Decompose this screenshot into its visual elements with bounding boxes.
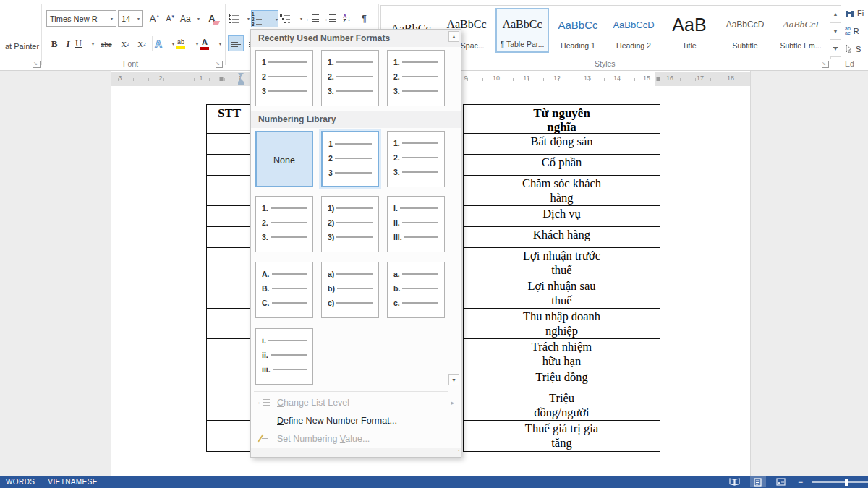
- table-row-11[interactable]: Triệuđồng/người: [464, 390, 660, 421]
- menu-scroll-down-button[interactable]: ▼: [448, 374, 459, 385]
- word-count-label[interactable]: WORDS: [6, 478, 35, 486]
- subscript-button[interactable]: X2: [118, 35, 132, 52]
- table-row-empty-5[interactable]: [207, 227, 251, 248]
- language-label[interactable]: VIETNAMESE: [48, 478, 97, 486]
- font-dialog-launcher-icon[interactable]: ↘: [216, 61, 223, 68]
- style-item-heading-2[interactable]: AaBbCcDHeading 2: [607, 8, 660, 53]
- table-row-empty-7[interactable]: [207, 278, 251, 309]
- chevron-down-icon[interactable]: ▾: [273, 17, 278, 22]
- format-painter-button[interactable]: at Painter: [5, 42, 39, 51]
- bullets-button[interactable]: ▾: [229, 10, 250, 27]
- chevron-down-icon[interactable]: ▾: [245, 16, 250, 21]
- bold-button[interactable]: B: [48, 35, 61, 52]
- print-layout-button[interactable]: [750, 476, 766, 487]
- chevron-down-icon[interactable]: ▾: [90, 41, 94, 46]
- table-header-stt[interactable]: STT: [207, 105, 251, 134]
- recent-number-format-tile-2[interactable]: 1.2.3.: [321, 50, 379, 106]
- library-number-format-tile-4[interactable]: 1.2.3.: [255, 196, 313, 252]
- library-number-format-tile-6[interactable]: I.II.III.: [387, 196, 445, 252]
- hanging-indent-marker[interactable]: [238, 79, 244, 85]
- replace-button[interactable]: abac R: [845, 27, 868, 35]
- table-row-empty-8[interactable]: [207, 309, 251, 339]
- style-item-subtitle[interactable]: AaBbCcDSubtitle: [718, 8, 772, 53]
- chevron-down-icon[interactable]: ▾: [194, 41, 198, 46]
- chevron-down-icon[interactable]: ▾: [109, 16, 113, 21]
- table-row-empty-12[interactable]: [207, 421, 251, 451]
- gallery-scroll-down-button[interactable]: ▼: [830, 22, 841, 40]
- table-row-2[interactable]: Cổ phần: [464, 155, 660, 176]
- table-meaning-column[interactable]: Từ nguyênnghĩa Bất động sảnCổ phầnChăm s…: [463, 104, 660, 452]
- table-row-5[interactable]: Khách hàng: [464, 227, 660, 248]
- table-row-empty-10[interactable]: [207, 369, 251, 390]
- clipboard-dialog-launcher-icon[interactable]: ↘: [33, 61, 41, 68]
- shrink-font-button[interactable]: A▼: [163, 10, 178, 27]
- menu-scroll-up-button[interactable]: ▲: [448, 31, 459, 42]
- decrease-indent-button[interactable]: ←: [305, 10, 320, 27]
- clear-formatting-button[interactable]: A: [203, 10, 221, 27]
- library-number-format-tile-7[interactable]: A.B.C.: [255, 262, 313, 318]
- table-row-empty-6[interactable]: [207, 248, 251, 278]
- library-number-format-tile-10[interactable]: i.ii.iii.: [255, 328, 313, 385]
- chevron-down-icon[interactable]: ▾: [298, 16, 302, 21]
- zoom-out-button[interactable]: −: [796, 477, 804, 487]
- recent-number-format-tile-3[interactable]: 1.2.3.: [387, 50, 445, 106]
- table-row-12[interactable]: Thuế giá trị giatăng: [464, 421, 660, 451]
- first-line-indent-marker[interactable]: [238, 73, 244, 77]
- table-row-9[interactable]: Trách nhiệmhữu hạn: [464, 339, 660, 369]
- italic-button[interactable]: I: [62, 35, 74, 52]
- find-button[interactable]: Fi: [845, 9, 868, 17]
- superscript-button[interactable]: X2: [135, 35, 149, 52]
- table-row-10[interactable]: Triệu đồng: [464, 369, 660, 390]
- align-left-button[interactable]: [228, 35, 244, 51]
- table-row-4[interactable]: Dịch vụ: [464, 206, 660, 227]
- font-size-combo[interactable]: 14 ▾: [118, 10, 143, 27]
- change-case-button[interactable]: Aa ▾: [180, 10, 200, 27]
- table-row-8[interactable]: Thu nhập doanhnghiệp: [464, 309, 660, 339]
- table-header-meaning[interactable]: Từ nguyênnghĩa: [464, 105, 660, 134]
- underline-button[interactable]: U ▾: [75, 35, 94, 52]
- library-number-format-tile-9[interactable]: a.b.c.: [387, 262, 445, 318]
- table-stt-column[interactable]: STT: [206, 104, 251, 452]
- web-layout-button[interactable]: [773, 476, 789, 487]
- table-row-3[interactable]: Chăm sóc kháchhàng: [464, 176, 660, 206]
- multilevel-list-button[interactable]: ▾: [280, 10, 302, 27]
- font-name-combo[interactable]: Times New R ▾: [46, 10, 116, 27]
- library-number-format-tile-3[interactable]: 1.2.3.: [387, 131, 445, 187]
- zoom-slider-handle[interactable]: [845, 479, 848, 486]
- table-row-empty-3[interactable]: [207, 176, 251, 206]
- gallery-scroll-up-button[interactable]: ▲: [830, 5, 841, 22]
- library-number-format-tile-8[interactable]: a)b)c): [321, 262, 379, 318]
- menu-item-define-new-number-format-[interactable]: Define New Number Format...: [252, 411, 460, 429]
- text-effects-button[interactable]: A ▾: [155, 35, 174, 52]
- increase-indent-button[interactable]: →: [321, 10, 336, 27]
- zoom-slider[interactable]: [812, 481, 868, 483]
- grow-font-button[interactable]: A▲: [147, 10, 163, 27]
- table-row-6[interactable]: Lợi nhuận trướcthuế: [464, 248, 660, 278]
- library-number-format-tile-5[interactable]: 1)2)3): [321, 196, 379, 252]
- menu-resize-strip[interactable]: ⋰: [251, 448, 461, 457]
- select-button[interactable]: S: [845, 44, 868, 53]
- table-row-1[interactable]: Bất động sản: [464, 134, 660, 155]
- style-item-subtle-em-[interactable]: AaBbCcISubtle Em...: [774, 8, 827, 53]
- style-item--table-par-[interactable]: AaBbCc¶ Table Par...: [495, 8, 549, 53]
- styles-dialog-launcher-icon[interactable]: ↘: [822, 61, 829, 68]
- font-color-button[interactable]: A ▾: [200, 35, 221, 52]
- chevron-down-icon[interactable]: ▾: [170, 41, 174, 46]
- library-number-format-tile-2[interactable]: 123: [321, 131, 379, 187]
- read-mode-button[interactable]: [727, 476, 743, 487]
- table-row-empty-9[interactable]: [207, 339, 251, 369]
- table-row-empty-2[interactable]: [207, 155, 251, 176]
- table-row-empty-1[interactable]: [207, 134, 251, 155]
- table-row-empty-11[interactable]: [207, 390, 251, 421]
- recent-number-format-tile-1[interactable]: 123: [255, 50, 313, 106]
- library-number-format-tile-1[interactable]: None: [255, 131, 313, 187]
- chevron-down-icon[interactable]: ▾: [217, 41, 221, 46]
- style-item-heading-1[interactable]: AaBbCcHeading 1: [551, 8, 605, 53]
- table-column-marker-icon[interactable]: [657, 77, 660, 81]
- table-row-empty-4[interactable]: [207, 206, 251, 227]
- sort-button[interactable]: AZ↓: [338, 10, 356, 27]
- style-item-title[interactable]: AaBTitle: [663, 8, 716, 53]
- numbering-button[interactable]: 123 ▾: [251, 10, 278, 27]
- table-row-7[interactable]: Lợi nhuận sauthuế: [464, 278, 660, 309]
- gallery-expand-button[interactable]: ▼: [830, 40, 841, 57]
